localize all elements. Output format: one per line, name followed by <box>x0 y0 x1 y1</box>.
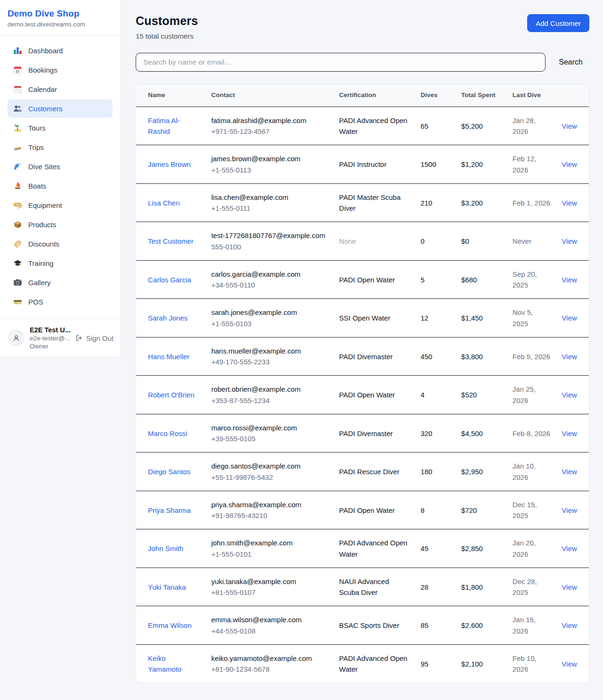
view-link[interactable]: View <box>562 429 577 437</box>
sidebar-item-calendar[interactable]: Calendar <box>8 80 113 99</box>
view-link[interactable]: View <box>562 506 577 514</box>
sidebar-item-products[interactable]: Products <box>8 215 113 234</box>
customer-email: carlos.garcia@example.com <box>211 269 327 280</box>
user-role: Owner <box>30 343 70 350</box>
sidebar-item-label: Dive Sites <box>28 163 60 171</box>
customer-certification: PADI Open Water <box>339 276 395 284</box>
sidebar-item-equipment[interactable]: Equipment <box>8 196 113 214</box>
search-input[interactable] <box>136 53 546 72</box>
customer-name-link[interactable]: Test Customer <box>148 237 194 245</box>
view-link[interactable]: View <box>562 660 577 668</box>
user-meta: E2E Test U... e2e-tester@... Owner <box>30 326 70 350</box>
brand-domain: demo.test.divestreams.com <box>8 21 113 28</box>
sidebar-item-boats[interactable]: Boats <box>8 177 113 195</box>
customer-phone: +81-90-1234-5678 <box>211 664 327 675</box>
dive-sites-icon <box>13 162 22 171</box>
page-subtitle: 15 total customers <box>136 32 198 40</box>
sidebar-item-gallery[interactable]: Gallery <box>8 273 113 292</box>
customer-last-dive: Jan 10, 2026 <box>513 462 536 481</box>
table-row: James Brownjames.brown@example.com+1-555… <box>136 145 589 184</box>
table-row: Yuki Tanakayuki.tanaka@example.com+81-55… <box>136 568 589 606</box>
customer-name-link[interactable]: Priya Sharma <box>148 506 191 514</box>
customer-total-spent: $2,100 <box>461 660 483 668</box>
table-row: Carlos Garciacarlos.garcia@example.com+3… <box>136 260 589 299</box>
view-link[interactable]: View <box>562 353 577 361</box>
customer-last-dive: Feb 12, 2026 <box>513 155 537 173</box>
sidebar-item-label: Training <box>28 259 54 267</box>
view-link[interactable]: View <box>562 160 577 168</box>
sidebar-item-discounts[interactable]: Discounts <box>8 235 113 253</box>
customer-email: robert.obrien@example.com <box>211 384 327 395</box>
customer-name-link[interactable]: Hans Mueller <box>148 353 189 361</box>
customer-name-link[interactable]: Carlos Garcia <box>148 276 191 284</box>
customer-name-link[interactable]: Yuki Tanaka <box>148 583 186 591</box>
view-link[interactable]: View <box>562 122 577 130</box>
sign-out-icon <box>75 334 83 342</box>
view-link[interactable]: View <box>562 391 577 399</box>
sidebar-item-dive-sites[interactable]: Dive Sites <box>8 157 113 176</box>
sidebar-item-customers[interactable]: Customers <box>8 99 113 118</box>
sidebar-item-label: Products <box>28 221 56 229</box>
table-row: John Smithjohn.smith@example.com+1-555-0… <box>136 529 589 568</box>
customer-phone: +1-555-0101 <box>211 549 327 560</box>
customer-phone: +49-170-555-2233 <box>211 356 327 367</box>
customer-email: diego.santos@example.com <box>211 461 327 471</box>
customer-total-spent: $2,950 <box>461 468 483 476</box>
sidebar-item-label: Calendar <box>28 85 57 93</box>
customer-dives: 450 <box>421 353 432 361</box>
customer-name-link[interactable]: Fatima Al-Rashid <box>148 116 180 135</box>
brand-name: Demo Dive Shop <box>8 8 113 19</box>
customer-total-spent: $1,450 <box>461 314 483 322</box>
customers-table-card: NameContactCertificationDivesTotal Spent… <box>136 84 589 683</box>
customer-total-spent: $0 <box>461 237 469 245</box>
customer-email: james.brown@example.com <box>211 153 327 164</box>
view-link[interactable]: View <box>562 199 577 207</box>
column-header-actions <box>556 84 589 107</box>
discounts-icon <box>13 239 22 248</box>
search-button[interactable]: Search <box>546 58 583 66</box>
customer-name-link[interactable]: Lisa Chen <box>148 199 180 207</box>
customer-dives: 1500 <box>421 160 436 168</box>
view-link[interactable]: View <box>562 583 577 591</box>
view-link[interactable]: View <box>562 237 577 245</box>
table-row: Diego Santosdiego.santos@example.com+55-… <box>136 453 589 491</box>
customer-email: test-1772681807767@example.com <box>211 230 327 241</box>
customer-total-spent: $5,200 <box>461 122 483 130</box>
customer-dives: 65 <box>421 122 429 130</box>
add-customer-button[interactable]: Add Customer <box>527 14 589 32</box>
page-header-text: Customers 15 total customers <box>136 14 198 40</box>
customer-last-dive: Dec 15, 2025 <box>513 501 537 519</box>
sidebar-item-dashboard[interactable]: Dashboard <box>8 41 113 60</box>
view-link[interactable]: View <box>562 468 577 476</box>
sidebar-item-trips[interactable]: Trips <box>8 138 113 156</box>
sidebar-item-bookings[interactable]: 17Bookings <box>8 61 113 79</box>
column-header-name: Name <box>136 84 205 107</box>
customer-certification: PADI Open Water <box>339 391 395 399</box>
customer-total-spent: $3,200 <box>461 199 483 207</box>
customer-name-link[interactable]: Keiko Yamamoto <box>148 654 181 673</box>
customer-last-dive: Nov 5, 2025 <box>513 308 533 327</box>
customer-dives: 4 <box>421 391 424 399</box>
sidebar: Demo Dive Shop demo.test.divestreams.com… <box>0 0 121 357</box>
view-link[interactable]: View <box>562 621 577 629</box>
customer-email: yuki.tanaka@example.com <box>211 576 327 587</box>
customer-name-link[interactable]: Sarah Jones <box>148 314 187 322</box>
customer-last-dive: Dec 28, 2025 <box>513 577 537 596</box>
sidebar-item-pos[interactable]: POS <box>8 293 113 311</box>
customer-name-link[interactable]: Marco Rossi <box>148 429 187 437</box>
gallery-icon <box>13 278 22 287</box>
view-link[interactable]: View <box>562 276 577 284</box>
customer-name-link[interactable]: James Brown <box>148 160 191 168</box>
customer-name-link[interactable]: Diego Santos <box>148 468 190 476</box>
sidebar-item-training[interactable]: Training <box>8 254 113 272</box>
column-header-dives: Dives <box>415 84 456 107</box>
customer-name-link[interactable]: John Smith <box>148 544 183 552</box>
sign-out-button[interactable]: Sign Out <box>75 334 114 342</box>
sidebar-item-tours[interactable]: Tours <box>8 119 113 137</box>
customer-name-link[interactable]: Robert O'Brien <box>148 391 195 399</box>
customer-name-link[interactable]: Emma Wilson <box>148 621 192 629</box>
view-link[interactable]: View <box>562 314 577 322</box>
customer-certification: PADI Divemaster <box>339 429 393 437</box>
view-link[interactable]: View <box>562 544 577 552</box>
customer-last-dive: Jan 28, 2026 <box>513 116 536 135</box>
